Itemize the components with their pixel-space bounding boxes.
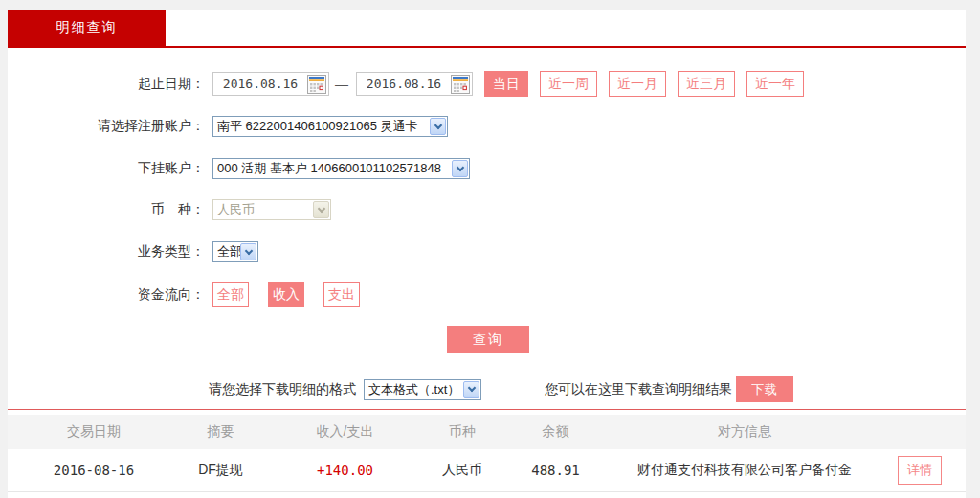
fund-direction-row: 资金流向： 全部 收入 支出 (8, 282, 966, 307)
cell-currency: 人民币 (429, 462, 496, 479)
download-format-value: 文本格式（.txt） (365, 381, 463, 398)
quick-range-month-button[interactable]: 近一月 (609, 71, 666, 97)
start-date-input[interactable]: 2016.08.16 (212, 72, 329, 96)
header-balance: 余额 (496, 423, 615, 441)
cell-summary: DF提现 (180, 462, 261, 479)
cell-counterparty: 财付通支付科技有限公司客户备付金 (615, 462, 874, 479)
chevron-down-icon[interactable] (452, 160, 468, 177)
fund-direction-income-button[interactable]: 收入 (268, 282, 304, 307)
sub-account-row: 下挂账户： 000 活期 基本户 1406600101102571848 (8, 158, 966, 179)
chevron-down-icon[interactable] (240, 243, 256, 260)
quick-range-3months-button[interactable]: 近三月 (678, 71, 735, 97)
currency-row: 币 种： 人民币 (8, 199, 966, 220)
date-range-row: 起止日期： 2016.08.16 — 2016.08.16 (8, 71, 966, 97)
download-format-label: 请您选择下载明细的格式 (8, 381, 356, 398)
cell-trade-date: 2016-08-16 (8, 463, 180, 478)
date-range-label: 起止日期： (8, 76, 205, 93)
chevron-down-icon[interactable] (463, 381, 479, 398)
tab-detail-query[interactable]: 明细查询 (8, 10, 166, 46)
table-header-row: 交易日期 摘要 收入/支出 币种 余额 对方信息 (8, 415, 966, 449)
register-account-value: 南平 6222001406100921065 灵通卡 (213, 118, 430, 135)
tab-bar: 明细查询 (8, 10, 966, 48)
business-type-select[interactable]: 全部 (212, 241, 258, 262)
header-trade-date: 交易日期 (8, 423, 180, 441)
date-separator: — (335, 77, 348, 92)
quick-range-week-button[interactable]: 近一周 (540, 71, 597, 97)
cell-balance: 488.91 (496, 463, 615, 478)
start-date-value: 2016.08.16 (213, 77, 307, 91)
results-table: 交易日期 摘要 收入/支出 币种 余额 对方信息 2016-08-16 DF提现… (8, 409, 966, 492)
quick-range-today-button[interactable]: 当日 (484, 71, 528, 97)
calendar-icon[interactable] (307, 75, 326, 94)
currency-select: 人民币 (212, 199, 331, 220)
header-summary: 摘要 (180, 423, 261, 441)
download-button[interactable]: 下载 (736, 376, 793, 402)
download-format-select[interactable]: 文本格式（.txt） (364, 379, 481, 400)
download-row: 请您选择下载明细的格式 文本格式（.txt） 您可以在这里下载查询明细结果 下载 (8, 376, 966, 402)
fund-direction-expense-button[interactable]: 支出 (323, 282, 360, 307)
quick-range-year-button[interactable]: 近一年 (746, 71, 804, 97)
end-date-input[interactable]: 2016.08.16 (356, 72, 473, 96)
business-type-label: 业务类型： (8, 243, 205, 260)
header-currency: 币种 (429, 423, 496, 441)
detail-query-panel: 明细查询 起止日期： 2016.08.16 — 2016.08.16 (8, 10, 966, 498)
header-income-expense: 收入/支出 (261, 423, 429, 441)
chevron-down-icon[interactable] (430, 118, 446, 135)
register-account-row: 请选择注册账户： 南平 6222001406100921065 灵通卡 (8, 116, 966, 137)
register-account-label: 请选择注册账户： (8, 118, 205, 135)
end-date-value: 2016.08.16 (357, 77, 451, 91)
query-button[interactable]: 查询 (447, 326, 529, 353)
cell-amount: +140.00 (261, 463, 429, 478)
sub-account-label: 下挂账户： (8, 160, 205, 177)
business-type-row: 业务类型： 全部 (8, 241, 966, 262)
fund-direction-label: 资金流向： (8, 286, 205, 304)
chevron-down-icon (313, 201, 329, 218)
register-account-select[interactable]: 南平 6222001406100921065 灵通卡 (212, 116, 448, 137)
table-row: 2016-08-16 DF提现 +140.00 人民币 488.91 财付通支付… (8, 449, 966, 492)
business-type-value: 全部 (213, 243, 240, 260)
sub-account-value: 000 活期 基本户 1406600101102571848 (213, 160, 452, 177)
calendar-icon[interactable] (451, 75, 470, 94)
header-counterparty: 对方信息 (615, 423, 874, 441)
currency-label: 币 种： (8, 201, 205, 218)
detail-button[interactable]: 详情 (898, 456, 942, 485)
fund-direction-all-button[interactable]: 全部 (212, 282, 249, 307)
download-hint: 您可以在这里下载查询明细结果 (545, 381, 732, 398)
sub-account-select[interactable]: 000 活期 基本户 1406600101102571848 (212, 158, 470, 179)
currency-value: 人民币 (213, 201, 313, 218)
